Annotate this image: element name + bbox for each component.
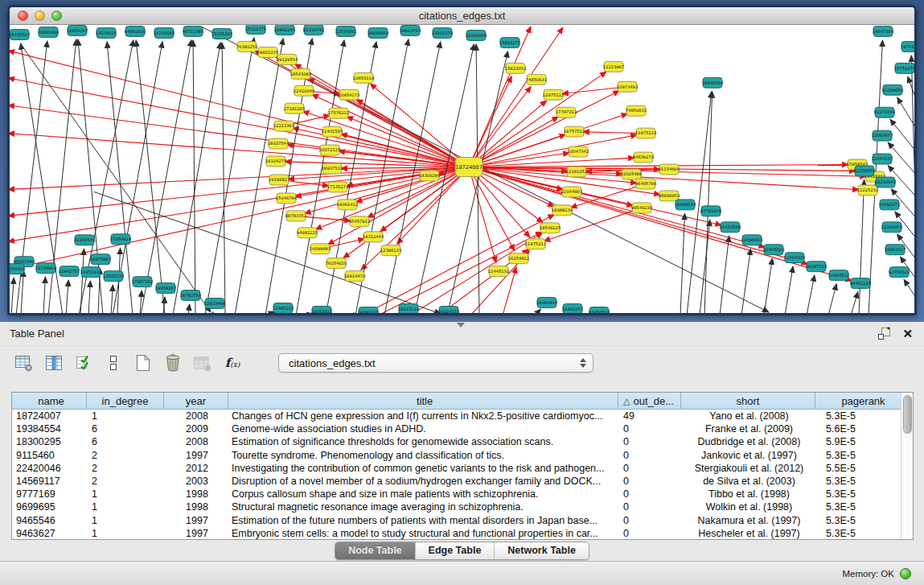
table-row[interactable]: 911546021997Tourette syndrome. Phenomeno… xyxy=(12,449,901,462)
graph-node-label: 88783352 xyxy=(285,213,306,218)
table-row[interactable]: 1830029562008Estimation of significance … xyxy=(12,435,901,448)
graph-node-label: 16757512 xyxy=(564,129,585,134)
table-row[interactable]: 2242004622012Investigating the contribut… xyxy=(12,462,901,475)
graph-edge xyxy=(222,43,225,313)
graph-edge xyxy=(469,167,496,263)
graph-node-label: 91650580 xyxy=(720,225,741,229)
graph-node-label: 15122775 xyxy=(245,27,266,31)
select-columns-icon[interactable] xyxy=(44,353,64,373)
column-header-out_degree[interactable]: △out_de... xyxy=(618,393,681,409)
graph-node-label: 18435567 xyxy=(10,32,30,37)
graph-node-label: 12444157 xyxy=(872,156,893,161)
graph-node-label: 96495786 xyxy=(635,181,656,186)
column-header-pagerank[interactable]: pagerank xyxy=(815,393,901,409)
citation-network-graph[interactable]: 1872400718435567206914061065328713276025… xyxy=(10,25,914,313)
stacked-rows-icon[interactable] xyxy=(104,353,123,373)
column-header-in_degree[interactable]: in_degree xyxy=(87,393,164,409)
cell-short: Hescheler et al. (1997) xyxy=(681,528,815,539)
table-settings-icon[interactable] xyxy=(14,353,34,373)
graph-node-label: 12093877 xyxy=(872,133,893,138)
graph-node-label: 12554391 xyxy=(335,29,356,34)
cell-year: 2008 xyxy=(164,410,228,422)
graph-node-label: 11225233 xyxy=(857,187,878,192)
delete-table-disabled-icon xyxy=(193,353,212,373)
column-header-name[interactable]: name xyxy=(12,393,87,409)
network-desktop: citations_edges.txt 18724007184355672069… xyxy=(0,0,924,322)
graph-node-label: 18312445 xyxy=(363,234,384,239)
graph-node-label: 92273430 xyxy=(874,109,895,114)
cell-name: 9777169 xyxy=(12,488,87,500)
float-panel-icon[interactable] xyxy=(877,327,891,340)
graph-node-label: 10973493 xyxy=(617,84,638,89)
minimize-window-button[interactable] xyxy=(35,10,45,21)
graph-node-label: 20072125 xyxy=(319,147,340,152)
graph-node-label: 11156819 xyxy=(35,266,56,270)
graph-nodes[interactable]: 1872400718435567206914061065328713276025… xyxy=(10,25,914,313)
cell-out_degree: 49 xyxy=(618,410,681,422)
network-window: citations_edges.txt 18724007184355672069… xyxy=(7,5,917,315)
graph-node-label: 20954173 xyxy=(339,93,359,97)
cell-year: 2008 xyxy=(164,436,228,447)
network-canvas[interactable]: 1872400718435567206914061065328713276025… xyxy=(10,25,914,313)
close-panel-icon[interactable]: ✕ xyxy=(902,328,913,340)
graph-node-label: 16210643 xyxy=(875,179,896,184)
column-header-year[interactable]: year xyxy=(164,393,228,409)
cell-pagerank: 5.3E-5 xyxy=(815,410,901,422)
zoom-window-button[interactable] xyxy=(51,10,62,21)
graph-edge xyxy=(173,43,220,313)
scrollbar-thumb[interactable] xyxy=(903,395,912,434)
table-row[interactable]: 1872400712008Changes of HCN gene express… xyxy=(12,410,901,422)
table-vertical-scrollbar[interactable] xyxy=(901,393,913,539)
cell-title: Changes of HCN gene expression and I(f) … xyxy=(228,410,618,422)
graph-node-label: 10653118 xyxy=(353,76,374,80)
table-row[interactable]: 969969511998Structural magnetic resonanc… xyxy=(12,501,901,513)
table-row[interactable]: 1456911722003Disruption of a novel membe… xyxy=(12,475,901,488)
table-row[interactable]: 1938455462009Genome-wide association stu… xyxy=(12,422,901,435)
graph-edge xyxy=(535,309,540,313)
cell-pagerank: 5.3E-5 xyxy=(815,515,901,526)
new-document-icon[interactable] xyxy=(133,353,153,373)
cell-title: Structural magnetic resonance image aver… xyxy=(228,501,618,513)
graph-node-label: 20691406 xyxy=(38,30,59,35)
graph-node-label: 10719185 xyxy=(154,31,175,35)
close-window-button[interactable] xyxy=(18,10,28,21)
cell-pagerank: 5.3E-5 xyxy=(815,528,901,539)
cell-short: Wolkin et al. (1998) xyxy=(681,501,815,513)
table-select-dropdown[interactable]: citations_edges.txt xyxy=(278,353,593,373)
graph-edge xyxy=(193,40,195,313)
function-builder-icon[interactable]: f(x) xyxy=(223,353,242,373)
column-checklist-icon[interactable] xyxy=(74,353,93,373)
cell-short: Franke et al. (2009) xyxy=(681,423,815,435)
graph-node-label: 16409544 xyxy=(675,202,696,207)
graph-edge xyxy=(21,270,23,313)
table-row[interactable]: 977716911998Corpus callosum shape and si… xyxy=(12,488,901,501)
table-row[interactable]: 946554611997Estimation of the future num… xyxy=(12,514,901,527)
graph-node-label: 10025488 xyxy=(621,171,642,176)
network-window-titlebar[interactable]: citations_edges.txt xyxy=(10,7,914,25)
graph-edge xyxy=(741,249,750,313)
tab-network-table[interactable]: Network Table xyxy=(494,542,589,559)
cell-year: 1997 xyxy=(164,515,228,526)
column-header-short[interactable]: short xyxy=(681,393,815,409)
delete-trash-icon[interactable] xyxy=(163,353,183,373)
table-row[interactable]: 946362711997Embryonic stem cells: a mode… xyxy=(12,527,901,539)
graph-node-label: 10954327 xyxy=(885,247,906,252)
graph-node-label: 10975887 xyxy=(90,257,111,262)
graph-node-label: 18223120 xyxy=(398,307,419,311)
tab-edge-table[interactable]: Edge Table xyxy=(415,542,495,559)
cell-name: 22420046 xyxy=(12,463,87,474)
memory-ok-indicator[interactable] xyxy=(900,568,911,579)
tab-node-table[interactable]: Node Table xyxy=(335,542,414,559)
graph-node-label: 10964532 xyxy=(828,273,849,278)
graph-node-label: 74850632 xyxy=(626,109,647,113)
cell-in_degree: 1 xyxy=(87,515,164,526)
column-header-title[interactable]: title xyxy=(228,393,618,409)
cell-name: 9463627 xyxy=(12,528,87,539)
graph-node-label: 76254020 xyxy=(326,261,347,266)
cell-in_degree: 6 xyxy=(87,423,164,435)
graph-node-label: 98452225 xyxy=(850,281,871,286)
graph-node-label: 17787312 xyxy=(556,109,577,114)
graph-node-label: 16061412 xyxy=(337,202,358,207)
table-panel: Table Panel ✕ xyxy=(0,322,924,561)
graph-node-label: 18549225 xyxy=(540,225,561,230)
